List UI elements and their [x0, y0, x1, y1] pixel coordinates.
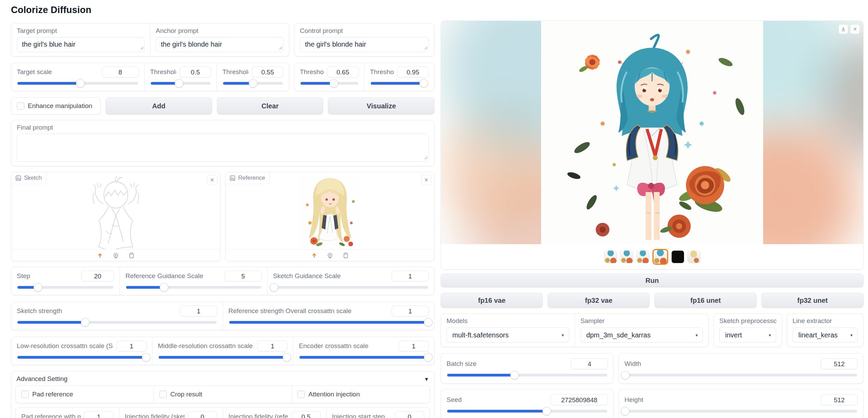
seed-input[interactable]: 2725809848 — [550, 394, 608, 405]
step-slider[interactable] — [17, 286, 113, 289]
reference-strength-slider[interactable] — [229, 321, 428, 324]
sketch-close-button[interactable]: ✕ — [207, 175, 217, 185]
fp32-vae-button[interactable]: fp32 vae — [548, 293, 650, 308]
slider-handle[interactable] — [270, 283, 278, 292]
threshold2-slider[interactable] — [301, 82, 358, 85]
threshold3-slider[interactable] — [371, 82, 428, 85]
crop-result-checkbox[interactable]: Crop result — [154, 386, 292, 403]
gallery-thumbnail-5[interactable] — [671, 250, 684, 263]
reference-guidance-slider[interactable] — [126, 286, 261, 289]
gallery-close-button[interactable]: ✕ — [850, 24, 860, 34]
batch-size-slider[interactable] — [447, 374, 607, 377]
line-extractor-dropdown[interactable]: lineart_keras ▾ — [793, 327, 858, 343]
injection-start-input[interactable]: 0 — [395, 411, 424, 418]
resize-handle-icon[interactable] — [278, 46, 282, 50]
resize-handle-icon[interactable] — [424, 155, 428, 159]
sampler-dropdown[interactable]: dpm_3m_sde_karras ▾ — [580, 327, 703, 343]
gallery-thumbnail-6[interactable] — [687, 250, 700, 263]
fp16-vae-button[interactable]: fp16 vae — [441, 293, 543, 308]
download-button[interactable] — [839, 24, 848, 34]
injection-sketch-input[interactable]: 0 — [188, 411, 217, 418]
threshold0-slider[interactable] — [151, 82, 210, 85]
lowres-slider[interactable] — [17, 356, 146, 359]
checkbox-icon[interactable] — [17, 102, 24, 110]
threshold2-input[interactable]: 0.65 — [327, 67, 359, 77]
injection-reference-input[interactable]: 0.5 — [291, 411, 321, 418]
anchor-prompt-input[interactable]: the girl's blonde hair — [156, 37, 284, 52]
midres-input[interactable]: 1 — [257, 341, 288, 351]
upload-icon[interactable] — [311, 252, 317, 259]
gallery-thumbnail-4-selected[interactable] — [652, 249, 668, 265]
slider-handle[interactable] — [34, 283, 42, 292]
slider-handle[interactable] — [542, 407, 551, 416]
target-prompt-input[interactable]: the girl's blue hair — [17, 37, 145, 52]
sketch-preprocessor-dropdown[interactable]: invert ▾ — [719, 327, 776, 343]
visualize-button[interactable]: Visualize — [328, 97, 435, 115]
webcam-icon[interactable] — [113, 252, 119, 259]
reference-image-panel[interactable]: Reference ✕ — [225, 172, 435, 261]
slider-handle[interactable] — [424, 318, 432, 327]
result-image[interactable] — [541, 21, 763, 244]
width-slider[interactable] — [625, 374, 857, 377]
gallery-thumbnail-1[interactable] — [604, 250, 617, 263]
run-button[interactable]: Run — [441, 274, 864, 287]
encoder-slider[interactable] — [299, 356, 428, 359]
slider-handle[interactable] — [142, 353, 150, 362]
slider-handle[interactable] — [175, 79, 183, 88]
slider-handle[interactable] — [330, 79, 338, 88]
threshold1-slider[interactable] — [223, 82, 283, 85]
slider-handle[interactable] — [510, 371, 519, 380]
models-dropdown[interactable]: mult-ft.safetensors ▾ — [447, 327, 569, 343]
midres-slider[interactable] — [159, 356, 287, 359]
sketch-image-panel[interactable]: Sketch ✕ — [11, 172, 220, 261]
enhance-manipulation-checkbox[interactable]: Enhance manipulation — [11, 97, 101, 115]
checkbox-icon[interactable] — [21, 391, 29, 398]
sketch-strength-input[interactable]: 1 — [180, 306, 217, 317]
lowres-input[interactable]: 1 — [117, 341, 147, 351]
threshold0-input[interactable]: 0.5 — [180, 67, 211, 77]
add-button[interactable]: Add — [106, 97, 212, 115]
reference-guidance-input[interactable]: 5 — [225, 271, 262, 282]
upload-icon[interactable] — [97, 252, 103, 259]
clear-button[interactable]: Clear — [217, 97, 323, 115]
slider-handle[interactable] — [424, 353, 432, 362]
height-input[interactable]: 512 — [821, 394, 858, 405]
webcam-icon[interactable] — [327, 252, 333, 259]
checkbox-icon[interactable] — [159, 391, 167, 398]
attention-injection-checkbox[interactable]: Attention injection — [292, 386, 430, 403]
pad-reference-checkbox[interactable]: Pad reference — [16, 386, 154, 403]
gallery-thumbnail-2[interactable] — [620, 250, 633, 263]
width-input[interactable]: 512 — [821, 358, 858, 369]
fp32-unet-button[interactable]: fp32 unet — [761, 293, 864, 308]
pad-margin-input[interactable]: 1 — [84, 411, 113, 418]
target-scale-slider[interactable] — [17, 82, 138, 85]
target-scale-input[interactable]: 8 — [102, 67, 139, 77]
slider-handle[interactable] — [81, 318, 89, 327]
clipboard-icon[interactable] — [343, 252, 349, 259]
slider-handle[interactable] — [419, 79, 428, 88]
sketch-guidance-input[interactable]: 1 — [392, 271, 429, 282]
height-slider[interactable] — [625, 410, 857, 413]
control-prompt-input[interactable]: the girl's blonde hair — [300, 37, 429, 52]
step-input[interactable]: 20 — [81, 271, 114, 282]
resize-handle-icon[interactable] — [424, 46, 428, 50]
threshold3-input[interactable]: 0.95 — [397, 67, 429, 77]
slider-handle[interactable] — [76, 79, 85, 88]
clipboard-icon[interactable] — [129, 252, 135, 259]
slider-handle[interactable] — [621, 371, 629, 380]
sketch-guidance-slider[interactable] — [274, 286, 428, 289]
batch-size-input[interactable]: 4 — [571, 358, 608, 369]
reference-close-button[interactable]: ✕ — [421, 175, 431, 185]
slider-handle[interactable] — [249, 79, 257, 88]
slider-handle[interactable] — [283, 353, 291, 362]
resize-handle-icon[interactable] — [139, 46, 144, 50]
threshold1-input[interactable]: 0.55 — [252, 67, 283, 77]
sketch-strength-slider[interactable] — [17, 321, 217, 324]
checkbox-icon[interactable] — [297, 391, 305, 398]
seed-slider[interactable] — [447, 410, 607, 413]
encoder-input[interactable]: 1 — [399, 341, 429, 351]
fp16-unet-button[interactable]: fp16 unet — [655, 293, 757, 308]
advanced-setting-header[interactable]: Advanced Setting ▼ — [15, 374, 430, 385]
reference-strength-input[interactable]: 1 — [392, 306, 429, 317]
slider-handle[interactable] — [160, 283, 168, 292]
